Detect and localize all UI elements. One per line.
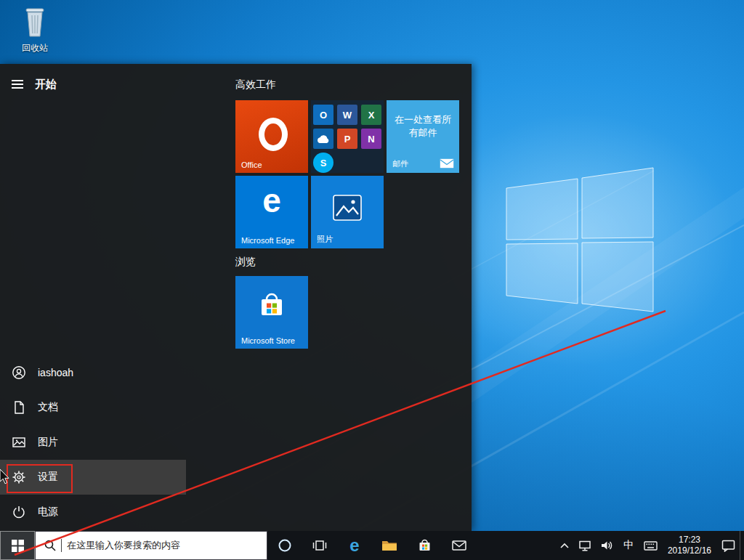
show-desktop-strip[interactable] xyxy=(740,531,744,560)
tile-photos-label: 照片 xyxy=(317,234,333,245)
taskbar: 在这里输入你要搜索的内容 e xyxy=(0,531,744,560)
outlook-icon: O xyxy=(313,105,333,125)
taskbar-search-box[interactable]: 在这里输入你要搜索的内容 xyxy=(35,531,267,560)
network-button[interactable] xyxy=(574,531,596,560)
tile-store-label: Microsoft Store xyxy=(241,336,295,345)
volume-button[interactable] xyxy=(596,531,618,560)
rail-label-user: iashoah xyxy=(38,367,73,378)
tile-mail[interactable]: 在一处查看所有邮件 邮件 xyxy=(387,100,459,173)
edge-logo-icon: e xyxy=(235,182,308,219)
skype-icon: S xyxy=(313,153,333,173)
clock-date: 2019/12/16 xyxy=(668,545,711,556)
rail-label-documents: 文档 xyxy=(38,401,58,414)
search-placeholder-text: 在这里输入你要搜索的内容 xyxy=(67,539,180,552)
task-view-button[interactable] xyxy=(302,531,337,560)
touch-keyboard-button[interactable] xyxy=(639,531,662,560)
cortana-button[interactable] xyxy=(267,531,302,560)
photos-logo-icon xyxy=(333,195,362,221)
power-icon xyxy=(12,505,26,519)
start-menu: 开始 iashoah xyxy=(0,64,472,531)
recycle-bin-label: 回收站 xyxy=(12,42,58,54)
onenote-icon: N xyxy=(361,129,381,149)
mail-envelope-icon xyxy=(440,158,454,169)
tile-group-title-productivity: 高效工作 xyxy=(235,78,276,92)
hidden-icons-button[interactable] xyxy=(555,531,574,560)
clock-time: 17:23 xyxy=(679,535,700,545)
store-taskbar-button[interactable] xyxy=(407,531,442,560)
start-menu-title: 开始 xyxy=(35,78,57,92)
mail-tile-heading: 在一处查看所有邮件 xyxy=(387,113,459,139)
recycle-bin-icon[interactable]: 回收站 xyxy=(12,6,58,54)
file-explorer-button[interactable] xyxy=(372,531,407,560)
search-icon xyxy=(44,540,56,551)
task-view-icon xyxy=(312,539,327,552)
action-center-button[interactable] xyxy=(717,531,740,560)
desktop-screen: 回收站 开始 i xyxy=(0,0,744,560)
mail-icon xyxy=(452,540,466,551)
edge-icon: e xyxy=(349,537,359,554)
tile-photos[interactable]: 照片 xyxy=(311,176,384,248)
rail-item-documents[interactable]: 文档 xyxy=(0,390,186,425)
rail-item-settings[interactable]: 设置 xyxy=(0,460,186,495)
search-caret xyxy=(61,539,62,552)
tile-edge-label: Microsoft Edge xyxy=(241,236,294,245)
tile-group-title-browse: 浏览 xyxy=(235,256,256,269)
keyboard-icon xyxy=(644,540,658,551)
word-icon: W xyxy=(337,105,357,125)
onedrive-icon xyxy=(313,129,333,149)
folder-icon xyxy=(381,539,397,552)
start-tiles-area: 高效工作 Office O W X P N S xyxy=(235,64,468,531)
mail-taskbar-button[interactable] xyxy=(442,531,477,560)
pictures-icon xyxy=(12,435,26,450)
tile-office-label: Office xyxy=(241,161,262,169)
recycle-bin-glyph xyxy=(20,6,49,38)
powerpoint-icon: P xyxy=(337,129,357,149)
office-folder-grid: O W X P N S xyxy=(311,100,384,173)
start-button[interactable] xyxy=(0,531,35,560)
rail-label-settings: 设置 xyxy=(38,471,58,484)
ime-indicator[interactable]: 中 xyxy=(618,531,639,560)
clock[interactable]: 17:23 2019/12/16 xyxy=(662,531,717,560)
cortana-icon xyxy=(278,538,292,553)
rail-item-user[interactable]: iashoah xyxy=(0,355,186,390)
tile-mail-label: 邮件 xyxy=(392,158,408,169)
chevron-up-icon xyxy=(559,542,570,549)
store-icon xyxy=(418,538,432,553)
rail-label-power: 电源 xyxy=(38,506,58,519)
user-icon xyxy=(12,365,26,380)
store-logo-icon xyxy=(258,291,286,320)
start-menu-header: 开始 xyxy=(0,70,186,99)
tile-store[interactable]: Microsoft Store xyxy=(235,276,308,349)
edge-taskbar-button[interactable]: e xyxy=(337,531,372,560)
document-icon xyxy=(12,400,26,415)
network-icon xyxy=(578,540,591,552)
hamburger-icon xyxy=(12,79,23,89)
speaker-icon xyxy=(600,540,613,551)
tile-office-folder[interactable]: O W X P N S xyxy=(311,100,384,173)
action-center-icon xyxy=(721,540,735,552)
system-tray: 中 17:23 2019/12/16 xyxy=(555,531,744,560)
office-logo-icon xyxy=(259,118,288,151)
start-rail: iashoah 文档 xyxy=(0,355,186,529)
rail-label-pictures: 图片 xyxy=(38,436,58,449)
hamburger-button[interactable] xyxy=(0,70,35,99)
excel-icon: X xyxy=(361,105,381,125)
tile-office[interactable]: Office xyxy=(235,100,308,173)
tile-edge[interactable]: e Microsoft Edge xyxy=(235,176,308,248)
windows-logo-icon xyxy=(12,540,24,552)
rail-item-power[interactable]: 电源 xyxy=(0,495,186,529)
gear-icon xyxy=(12,470,26,484)
rail-item-pictures[interactable]: 图片 xyxy=(0,425,186,460)
